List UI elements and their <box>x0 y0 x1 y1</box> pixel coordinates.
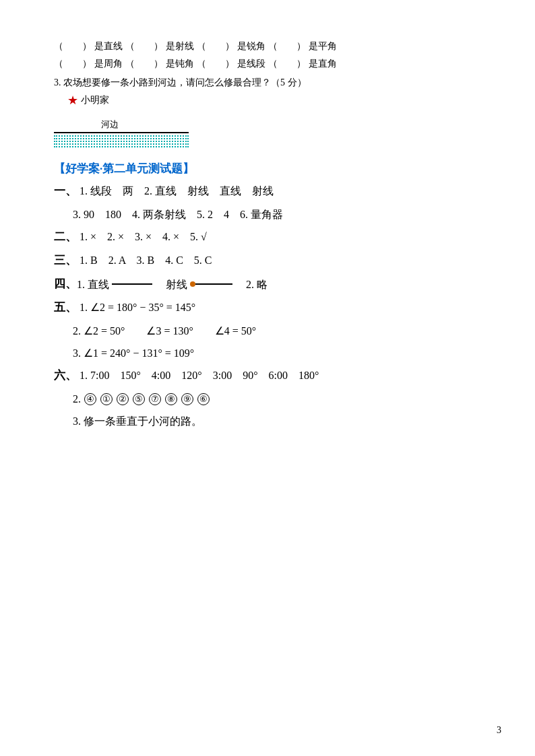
xiaoming-line: ★ 小明家 <box>67 93 488 108</box>
si-1-text: 1. 直线 <box>77 275 109 294</box>
liu-1-content: 1. 7:00 150° 4:00 120° 3:00 90° 6:00 180… <box>80 370 319 381</box>
line-graphic <box>112 283 152 285</box>
yi-1-content: 1. 线段 两 2. 直线 射线 直线 射线 <box>80 185 274 197</box>
label-ruijiao: 是锐角 <box>237 40 265 53</box>
answer-section: 【好学案·第二单元测试题】 一、 1. 线段 两 2. 直线 射线 直线 射线 … <box>54 161 488 430</box>
river-line <box>54 132 189 133</box>
label-pingjiao: 是平角 <box>309 40 337 53</box>
wu-1-content: 1. ∠2 = 180° − 35° = 145° <box>80 302 195 313</box>
river-label: 河边 <box>101 118 202 131</box>
river-dotted-2 <box>54 138 189 139</box>
san-content: 1. B 2. A 3. B 4. C 5. C <box>80 254 212 266</box>
page-number: 3 <box>497 725 501 736</box>
ray-graphic <box>190 281 232 287</box>
top-section: （ ） 是直线 （ ） 是射线 （ ） 是锐角 （ ） 是平角 （ ） 是周角 … <box>54 40 488 70</box>
section-title: 【好学案·第二单元测试题】 <box>54 161 488 176</box>
river-dotted-3 <box>54 141 189 142</box>
circle-1: ① <box>100 393 113 405</box>
label-yi: 一、 <box>54 184 77 197</box>
paren2: （ ） <box>125 40 163 53</box>
label-shexian: 是射线 <box>166 40 194 53</box>
answer-san: 三、 1. B 2. A 3. B 4. C 5. C <box>54 251 488 271</box>
liu-3-content: 3. 修一条垂直于小河的路。 <box>73 415 202 427</box>
xiaoming-label: 小明家 <box>81 94 109 106</box>
circle-2: ② <box>117 393 129 405</box>
paren4: （ ） <box>268 40 306 53</box>
wu-3-content: 3. ∠1 = 240° − 131° = 109° <box>73 347 194 359</box>
answer-yi-2: 3. 90 180 4. 两条射线 5. 2 4 6. 量角器 <box>73 205 488 224</box>
answer-yi-1: 一、 1. 线段 两 2. 直线 射线 直线 射线 <box>54 182 488 201</box>
answer-wu-3: 3. ∠1 = 240° − 131° = 109° <box>73 344 488 362</box>
si-ray-text: 射线 <box>155 275 187 294</box>
river-dotted-1 <box>54 135 189 137</box>
label-zhoujiao: 是周角 <box>94 58 123 70</box>
circle-8: ⑧ <box>165 393 177 405</box>
label-xianduan: 是线段 <box>237 58 265 70</box>
solid-line <box>112 283 152 285</box>
question-3: 3. 农场想要修一条小路到河边，请问怎么修最合理？（5 分） <box>54 77 488 89</box>
label-dunjiao: 是钝角 <box>166 58 194 70</box>
circle-7: ⑦ <box>149 393 161 405</box>
wu-2-content: 2. ∠2 = 50° ∠3 = 130° ∠4 = 50° <box>73 325 256 337</box>
answer-wu-2: 2. ∠2 = 50° ∠3 = 130° ∠4 = 50° <box>73 322 488 340</box>
river-dotted-4 <box>54 143 189 145</box>
label-zhixian: 是直线 <box>94 40 123 53</box>
circle-9: ⑨ <box>181 393 193 405</box>
paren3: （ ） <box>197 40 234 53</box>
answer-er: 二、 1. × 2. × 3. × 4. × 5. √ <box>54 228 488 247</box>
paren7: （ ） <box>197 58 234 70</box>
si-2-text: 2. 略 <box>235 275 268 294</box>
label-liu: 六、 <box>54 369 77 382</box>
paren1: （ ） <box>54 40 92 53</box>
row1: （ ） 是直线 （ ） 是射线 （ ） 是锐角 （ ） 是平角 <box>54 40 488 53</box>
answer-liu-1: 六、 1. 7:00 150° 4:00 120° 3:00 90° 6:00 … <box>54 366 488 386</box>
ray-dot <box>190 281 195 287</box>
river-dotted-5 <box>54 146 189 147</box>
circle-6: ⑥ <box>197 393 210 405</box>
paren5: （ ） <box>54 58 92 70</box>
label-san: 三、 <box>54 254 77 267</box>
yi-2-content: 3. 90 180 4. 两条射线 5. 2 4 6. 量角器 <box>73 209 283 220</box>
ray-line <box>195 283 232 285</box>
liu-2-prefix: 2. <box>73 390 81 408</box>
page: （ ） 是直线 （ ） 是射线 （ ） 是锐角 （ ） 是平角 （ ） 是周角 … <box>0 0 535 756</box>
label-wu: 五、 <box>54 301 77 314</box>
answer-wu-1: 五、 1. ∠2 = 180° − 35° = 145° <box>54 298 488 318</box>
row2: （ ） 是周角 （ ） 是钝角 （ ） 是线段 （ ） 是直角 <box>54 58 488 70</box>
paren8: （ ） <box>268 58 306 70</box>
er-content: 1. × 2. × 3. × 4. × 5. √ <box>80 231 207 242</box>
circle-5: ⑤ <box>133 393 145 405</box>
answer-si: 四、 1. 直线 射线 2. 略 <box>54 275 488 294</box>
q3-label: 3. 农场想要修一条小路到河边，请问怎么修最合理？（5 分） <box>54 77 307 88</box>
label-er: 二、 <box>54 230 77 243</box>
label-si: 四、 <box>54 275 77 294</box>
star-icon: ★ <box>67 93 78 108</box>
circle-4: ④ <box>84 393 96 405</box>
paren6: （ ） <box>125 58 163 70</box>
answer-liu-2: 2. ④ ① ② ⑤ ⑦ ⑧ ⑨ ⑥ <box>73 390 488 408</box>
river-area: 河边 <box>54 118 202 147</box>
answer-liu-3: 3. 修一条垂直于小河的路。 <box>73 412 488 430</box>
label-zhijiao: 是直角 <box>309 58 337 70</box>
